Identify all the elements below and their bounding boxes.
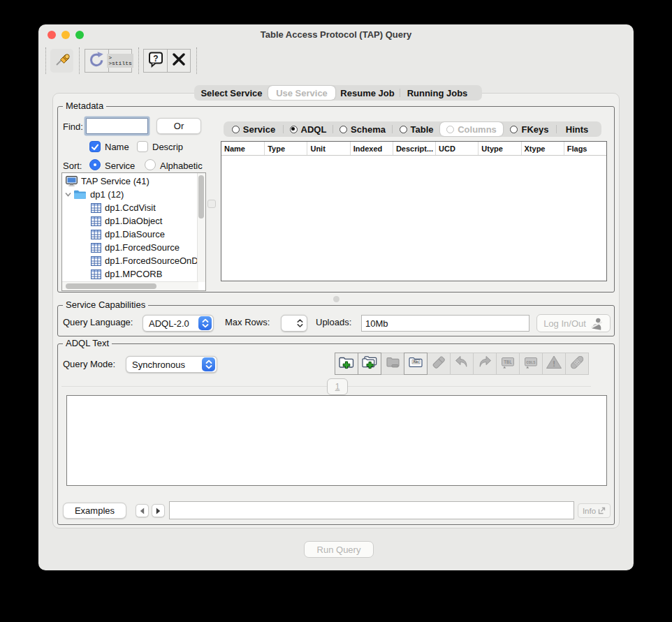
example-description-field[interactable]	[169, 501, 574, 519]
columns-metadata-table[interactable]: Name Type Unit Indexed Descript... UCD U…	[221, 141, 607, 281]
view-tab-fkeys[interactable]: FKeys	[503, 122, 556, 136]
tab-resume-job[interactable]: Resume Job	[335, 86, 400, 100]
table-icon	[91, 256, 101, 266]
toolbar-separator	[79, 47, 80, 74]
reload-button[interactable]	[85, 50, 108, 72]
chevron-down-icon[interactable]	[64, 191, 72, 198]
adql-toolbar: Abc	[335, 353, 589, 375]
adql-text-area[interactable]	[66, 395, 607, 486]
redo-button[interactable]	[473, 353, 497, 375]
uploads-field[interactable]	[361, 315, 529, 332]
sheet-tab-1[interactable]: 1	[327, 378, 348, 395]
undo-button[interactable]	[450, 353, 474, 375]
tree-horizontal-scrollbar[interactable]	[62, 281, 198, 290]
query-language-select[interactable]: ADQL-2.0	[143, 315, 214, 332]
edit-title-button[interactable]: Abc	[404, 353, 428, 375]
svg-text:?: ?	[153, 54, 158, 64]
tap-query-window: Table Access Protocol (TAP) Query	[38, 24, 634, 570]
examples-button[interactable]: Examples	[63, 503, 126, 519]
tab-use-service[interactable]: Use Service	[268, 86, 335, 100]
abc-sheet-icon: Abc	[407, 353, 425, 374]
descrip-checkbox-label: Descrip	[152, 142, 183, 152]
column-header[interactable]: UCD	[435, 142, 478, 155]
tab-running-jobs[interactable]: Running Jobs	[400, 86, 474, 100]
view-tab-table[interactable]: Table	[393, 122, 440, 136]
descrip-checkbox[interactable]	[137, 141, 148, 152]
tree-item-table[interactable]: dp1.CcdVisit	[62, 201, 156, 214]
example-info-button[interactable]: Info	[578, 503, 611, 518]
or-button[interactable]: Or	[156, 118, 201, 134]
view-tab-adql[interactable]: ADQL	[284, 122, 333, 136]
max-rows-select[interactable]	[281, 315, 307, 332]
add-sheets-icon	[360, 353, 379, 374]
radio-icon	[510, 126, 518, 133]
find-label: Find:	[63, 121, 83, 132]
bandaid-icon	[568, 353, 586, 374]
clear-text-button[interactable]	[427, 353, 451, 375]
split-pane-handle[interactable]	[207, 200, 216, 208]
tree-item-tap-service[interactable]: TAP Service (41)	[62, 175, 149, 188]
view-tab-columns[interactable]: Columns	[440, 122, 503, 136]
eraser-icon	[430, 353, 448, 374]
name-checkbox-label: Name	[105, 142, 129, 152]
sort-service-radio[interactable]	[89, 159, 101, 170]
column-header[interactable]: Unit	[307, 142, 349, 155]
table-icon	[91, 230, 101, 239]
svg-text:!: !	[553, 360, 555, 368]
query-mode-label: Query Mode:	[63, 359, 115, 369]
warning-triangle-icon: !	[545, 353, 563, 374]
view-tab-service[interactable]: Service	[224, 122, 283, 136]
help-button[interactable]: ?	[144, 50, 167, 72]
sort-alphabetic-label: Alphabetic	[160, 161, 203, 171]
column-header[interactable]: Xtype	[521, 142, 564, 155]
query-mode-select[interactable]: Synchronous	[126, 356, 217, 373]
previous-example-button[interactable]	[136, 504, 149, 517]
tree-item-table[interactable]: dp1.ForcedSourceOnD	[62, 254, 198, 267]
column-header[interactable]: Name	[221, 142, 264, 155]
sort-label: Sort:	[63, 161, 82, 171]
column-header[interactable]: Utype	[478, 142, 520, 155]
next-example-button[interactable]	[152, 504, 165, 517]
left-arrow-icon	[139, 507, 145, 515]
insert-table-button[interactable]: TBL	[496, 353, 520, 375]
close-window-button[interactable]	[167, 50, 190, 72]
add-example-button[interactable]	[335, 353, 358, 375]
cols-badge-icon: COLS	[522, 353, 540, 374]
service-monitor-icon	[66, 176, 78, 187]
radio-icon	[339, 126, 347, 133]
login-button[interactable]: Log In/Out	[536, 314, 611, 332]
column-header[interactable]: Indexed	[350, 142, 393, 155]
view-tab-hints[interactable]: Hints	[557, 122, 597, 136]
stilts-button[interactable]: > >stilts	[108, 50, 131, 72]
view-tab-schema[interactable]: Schema	[333, 122, 392, 136]
fix-text-button[interactable]	[565, 353, 589, 375]
checkmark-icon	[90, 142, 100, 152]
window-title: Table Access Protocol (TAP) Query	[38, 29, 634, 40]
find-input[interactable]	[86, 118, 148, 134]
tree-item-table[interactable]: dp1.ForcedSource	[62, 241, 180, 254]
tree-item-table[interactable]: dp1.DiaObject	[62, 214, 162, 228]
tree-item-table[interactable]: dp1.MPCORB	[62, 267, 162, 281]
add-multi-example-button[interactable]	[358, 353, 381, 375]
tab-select-service[interactable]: Select Service	[195, 86, 268, 100]
column-header[interactable]: Flags	[564, 142, 606, 155]
external-link-icon	[598, 507, 606, 514]
remove-example-button[interactable]	[381, 353, 404, 375]
pin-window-button[interactable]	[50, 49, 73, 73]
split-divider-grip[interactable]	[333, 296, 339, 302]
metadata-legend: Metadata	[63, 101, 106, 111]
column-header[interactable]: Descript...	[393, 142, 435, 155]
parse-errors-button[interactable]: !	[542, 353, 566, 375]
svg-text:Abc: Abc	[413, 360, 419, 364]
run-query-button[interactable]: Run Query	[304, 541, 374, 558]
column-header[interactable]: Type	[264, 142, 307, 155]
dropdown-stepper-icon	[198, 316, 212, 330]
add-sheet-icon	[337, 353, 356, 374]
close-icon	[171, 52, 187, 70]
tree-item-dp1[interactable]: dp1 (12)	[62, 188, 124, 201]
insert-columns-button[interactable]: COLS	[519, 353, 543, 375]
name-checkbox[interactable]	[89, 141, 101, 152]
tree-vertical-scrollbar[interactable]	[197, 173, 205, 282]
tree-item-table[interactable]: dp1.DiaSource	[62, 228, 165, 241]
sort-alphabetic-radio[interactable]	[145, 159, 156, 170]
